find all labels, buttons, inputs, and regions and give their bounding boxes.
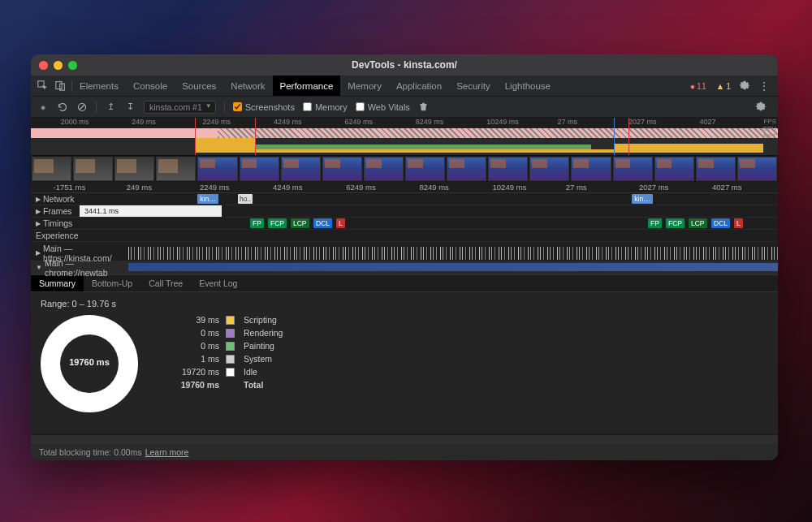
trash-icon[interactable] [418, 101, 430, 113]
record-icon[interactable]: ● [37, 101, 49, 113]
screenshot-thumb[interactable] [240, 157, 279, 181]
more-icon[interactable]: ⋮ [755, 80, 773, 93]
main-thread-track[interactable]: ▶Main — https://kinsta.com/ [31, 245, 778, 261]
tab-security[interactable]: Security [449, 75, 498, 96]
legend-value: 19760 ms [171, 380, 219, 390]
screenshot-thumb[interactable] [156, 157, 196, 181]
panel-tabs: ElementsConsoleSourcesNetworkPerformance… [31, 75, 778, 97]
device-toolbar-icon[interactable] [54, 80, 67, 93]
inspect-icon[interactable] [36, 80, 49, 93]
screenshot-thumb[interactable] [73, 157, 113, 181]
timing-l[interactable]: L [734, 218, 743, 228]
clear-icon[interactable] [76, 101, 88, 113]
screenshot-thumb[interactable] [613, 157, 653, 181]
overview-tick: 249 ms [132, 118, 156, 126]
tab-lighthouse[interactable]: Lighthouse [498, 75, 558, 96]
legend-value: 0 ms [171, 328, 219, 338]
screenshot-thumb[interactable] [737, 157, 777, 181]
screenshot-thumb[interactable] [197, 157, 237, 181]
timing-lcp[interactable]: LCP [291, 218, 309, 228]
screenshot-thumb[interactable] [447, 157, 486, 181]
timing-lcp[interactable]: LCP [689, 218, 707, 228]
timing-dcl[interactable]: DCL [711, 218, 730, 228]
network-item[interactable]: kin… [632, 194, 653, 204]
timings-track[interactable]: ▶Timings FPFCPLCPDCLLFPFCPLCPDCLL [31, 218, 778, 230]
summary-legend: 39 msScripting0 msRendering0 msPainting1… [171, 315, 283, 390]
ruler-tick: 6249 ms [346, 183, 375, 192]
network-item[interactable]: ho.. [238, 194, 253, 204]
screenshot-thumb[interactable] [488, 157, 528, 181]
ruler-tick: 2027 ms [639, 183, 668, 192]
details-tab-call-tree[interactable]: Call Tree [140, 275, 191, 291]
frames-track[interactable]: ▶Frames 3441.1 ms [31, 205, 778, 218]
legend-label: Rendering [244, 328, 283, 338]
web-vitals-checkbox[interactable]: Web Vitals [356, 102, 410, 112]
legend-value: 1 ms [171, 354, 219, 364]
svg-rect-1 [55, 82, 61, 89]
overview-tick: 6249 ms [344, 118, 373, 126]
screenshot-thumb[interactable] [114, 157, 154, 181]
fps-label: FPS [762, 118, 776, 125]
timing-dcl[interactable]: DCL [313, 218, 332, 228]
newtab-track[interactable]: ▼Main — chrome://newtab [31, 261, 778, 274]
timing-fcp[interactable]: FCP [268, 218, 287, 228]
legend-swatch [226, 368, 235, 377]
window-title: DevTools - kinsta.com/ [31, 59, 778, 71]
learn-more-link[interactable]: Learn more [145, 447, 189, 457]
tab-console[interactable]: Console [126, 75, 175, 96]
screenshot-thumb[interactable] [32, 157, 71, 181]
network-item[interactable]: kin… [197, 194, 218, 204]
timeline-overview[interactable]: 2000 ms249 ms2249 ms4249 ms6249 ms8249 m… [31, 118, 778, 156]
experience-track[interactable]: Experience [31, 230, 778, 242]
overview-tick: 2000 ms [61, 118, 89, 126]
timing-fcp[interactable]: FCP [666, 218, 685, 228]
ruler-tick: 10249 ms [493, 183, 527, 192]
network-track[interactable]: ▶Network kin… ho.. kin… [31, 193, 778, 205]
save-profile-icon[interactable]: ↧ [124, 101, 136, 113]
divider [31, 434, 778, 442]
legend-label: Total [244, 380, 283, 390]
ruler-tick: 249 ms [127, 183, 152, 192]
timeline-ruler[interactable]: -1751 ms249 ms2249 ms4249 ms6249 ms8249 … [31, 182, 778, 193]
screenshots-checkbox[interactable]: Screenshots [233, 102, 295, 112]
recording-select[interactable]: kinsta.com #1 ▼ [144, 101, 216, 114]
details-tab-bottom-up[interactable]: Bottom-Up [84, 275, 140, 291]
capture-settings-icon[interactable] [750, 101, 771, 114]
timing-fp[interactable]: FP [250, 218, 264, 228]
ruler-tick: -1751 ms [54, 183, 86, 192]
summary-donut: 19760 ms [41, 315, 138, 412]
screenshot-thumb[interactable] [529, 157, 569, 181]
overview-tick: 8249 ms [416, 118, 444, 126]
settings-icon[interactable] [734, 80, 755, 93]
overview-tick: 4249 ms [274, 118, 302, 126]
flamechart-tracks: ▶Network kin… ho.. kin… ▶Frames 3441.1 m… [31, 193, 778, 274]
screenshot-thumb[interactable] [281, 157, 321, 181]
screenshot-thumb[interactable] [571, 157, 611, 181]
screenshot-thumb[interactable] [364, 157, 404, 181]
screenshot-thumb[interactable] [696, 157, 736, 181]
overview-tick: 2249 ms [203, 118, 231, 126]
tab-sources[interactable]: Sources [175, 75, 223, 96]
legend-value: 0 ms [171, 341, 219, 351]
warning-count[interactable]: ▲ 1 [713, 81, 734, 91]
screenshot-thumb[interactable] [405, 157, 445, 181]
load-profile-icon[interactable]: ↥ [105, 101, 116, 113]
tab-memory[interactable]: Memory [340, 75, 389, 96]
tab-performance[interactable]: Performance [273, 75, 341, 96]
details-tab-summary[interactable]: Summary [31, 275, 84, 291]
screenshot-thumb[interactable] [322, 157, 362, 181]
memory-checkbox[interactable]: Memory [303, 102, 348, 112]
cpu-label: CPU [762, 125, 776, 132]
reload-icon[interactable] [57, 101, 68, 113]
details-tab-event-log[interactable]: Event Log [191, 275, 245, 291]
tab-network[interactable]: Network [223, 75, 272, 96]
tab-application[interactable]: Application [389, 75, 449, 96]
timing-fp[interactable]: FP [648, 218, 662, 228]
screenshot-thumb[interactable] [654, 157, 694, 181]
summary-panel: Range: 0 – 19.76 s 19760 ms 39 msScripti… [31, 292, 778, 434]
screenshot-filmstrip[interactable] [31, 156, 778, 182]
error-count[interactable]: ● 11 [687, 81, 710, 91]
overview-tick: 10249 ms [486, 118, 519, 126]
tab-elements[interactable]: Elements [72, 75, 126, 96]
timing-l[interactable]: L [336, 218, 345, 228]
